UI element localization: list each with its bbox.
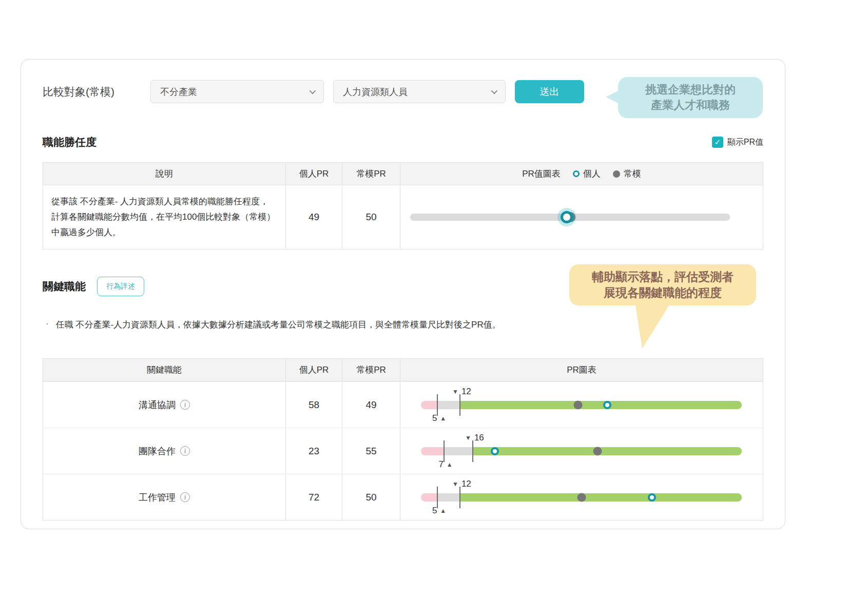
low-tick-label: 5 ▲: [432, 506, 446, 516]
table-row: 工作管理 i 72 50 ▼ 12 5 ▲: [43, 474, 763, 520]
info-icon[interactable]: i: [180, 446, 190, 456]
norm-marker: [574, 400, 583, 409]
slider-personal-handle[interactable]: [561, 211, 573, 223]
bar-low-segment: [421, 401, 437, 409]
key-name: 團隊合作: [139, 445, 176, 457]
key-title: 關鍵職能: [43, 279, 86, 294]
competency-table-header: 說明 個人PR 常模PR PR值圖表 個人 常模: [43, 163, 763, 185]
norm-pr-value: 55: [342, 428, 400, 474]
high-tick-line: [459, 487, 460, 508]
pr-chart-header-label: PR值圖表: [522, 168, 561, 180]
key-name-cell: 工作管理 i: [43, 474, 286, 520]
high-tick-line: [459, 394, 460, 416]
header-pr-chart: PR圖表: [400, 359, 763, 381]
pr-bar-cell: ▼ 16 7 ▲: [400, 428, 763, 474]
info-icon[interactable]: i: [180, 400, 190, 410]
position-select-value: 人力資源類人員: [343, 86, 408, 98]
legend-personal-label: 個人: [583, 168, 601, 180]
chevron-down-icon: [491, 88, 498, 94]
legend-norm: 常模: [613, 168, 641, 180]
table-row: 溝通協調 i 58 49 ▼ 12 5 ▲: [43, 381, 763, 428]
pr-bar: ▼ 16 7 ▲: [421, 447, 742, 455]
key-section-header: 關鍵職能 行為詳述: [43, 277, 144, 296]
high-tick-label: ▼ 12: [452, 479, 471, 489]
low-tick-label: 5 ▲: [432, 413, 446, 424]
personal-pr-value: 72: [286, 474, 342, 520]
triangle-down-icon: ▼: [465, 434, 471, 441]
bullet-icon: ·: [46, 319, 49, 331]
competency-personal-pr: 49: [286, 185, 342, 249]
key-tooltip-tail: [615, 302, 672, 350]
key-table: 關鍵職能 個人PR 常模PR PR圖表 溝通協調 i 58 49 ▼: [43, 358, 763, 521]
key-tooltip-line2: 展現各關鍵職能的程度: [604, 285, 722, 301]
personal-ring-icon: [573, 170, 580, 177]
legend-norm-label: 常模: [624, 168, 641, 180]
bar-mid-segment: [437, 493, 459, 502]
pr-bar: ▼ 12 5 ▲: [421, 401, 742, 409]
low-tick-line: [444, 440, 445, 462]
triangle-down-icon: ▼: [452, 480, 458, 488]
triangle-up-icon: ▲: [440, 415, 446, 422]
key-name-cell: 溝通協調 i: [43, 382, 286, 428]
bar-high-segment: [459, 493, 742, 502]
key-note-text: 任職 不分產業-人力資源類人員，依據大數據分析建議或考量公司常模之職能項目，與全…: [56, 319, 501, 331]
header-pr-chart: PR值圖表 個人 常模: [400, 163, 763, 185]
competency-table: 說明 個人PR 常模PR PR值圖表 個人 常模 從事該 不分產業- 人力資源類…: [43, 162, 763, 249]
comparison-controls: 比較對象(常模) 不分產業 人力資源類人員 送出: [43, 80, 584, 103]
triangle-up-icon: ▲: [447, 461, 453, 468]
comparison-tooltip-line1: 挑選企業想比對的: [645, 82, 736, 98]
key-tooltip-line1: 輔助顯示落點，評估受測者: [592, 269, 734, 285]
key-name: 溝通協調: [139, 399, 176, 411]
triangle-down-icon: ▼: [452, 388, 458, 395]
header-personal-pr: 個人PR: [286, 359, 342, 381]
personal-marker: [491, 447, 499, 455]
report-card: 比較對象(常模) 不分產業 人力資源類人員 送出 挑選企業想比對的 產業人才和職…: [21, 59, 785, 529]
pr-slider-track: [410, 214, 730, 221]
personal-pr-value: 58: [286, 382, 342, 428]
low-tick-line: [437, 394, 438, 416]
competency-title: 職能勝任度: [43, 135, 97, 149]
key-note: · 任職 不分產業-人力資源類人員，依據大數據分析建議或考量公司常模之職能項目，…: [46, 319, 501, 331]
triangle-up-icon: ▲: [440, 507, 446, 514]
norm-dot-icon: [613, 170, 620, 178]
competency-description: 從事該 不分產業- 人力資源類人員常模的職能勝任程度，計算各關鍵職能分數均值，在…: [43, 185, 286, 249]
industry-select[interactable]: 不分產業: [150, 80, 324, 103]
header-personal-pr: 個人PR: [286, 163, 342, 185]
competency-row: 從事該 不分產業- 人力資源類人員常模的職能勝任程度，計算各關鍵職能分數均值，在…: [43, 185, 763, 249]
norm-marker: [593, 447, 602, 455]
competency-norm-pr: 50: [342, 185, 400, 249]
high-tick-label: ▼ 12: [452, 387, 471, 397]
bar-low-segment: [421, 447, 444, 455]
bar-low-segment: [421, 493, 437, 502]
low-tick-line: [437, 487, 438, 508]
comparison-tooltip-line2: 產業人才和職務: [651, 98, 730, 113]
info-icon[interactable]: i: [180, 492, 190, 502]
position-select[interactable]: 人力資源類人員: [333, 80, 506, 103]
comparison-label: 比較對象(常模): [43, 85, 150, 99]
industry-select-value: 不分產業: [160, 86, 197, 98]
high-tick-label: ▼ 16: [465, 433, 484, 443]
high-tick-line: [472, 440, 473, 462]
submit-button[interactable]: 送出: [515, 80, 584, 103]
personal-pr-value: 23: [286, 428, 342, 474]
norm-pr-value: 50: [342, 474, 400, 520]
show-pr-label: 顯示PR值: [727, 137, 763, 148]
table-row: 團隊合作 i 23 55 ▼ 16 7 ▲: [43, 428, 763, 474]
behavior-detail-button[interactable]: 行為詳述: [97, 277, 144, 296]
key-table-header: 關鍵職能 個人PR 常模PR PR圖表: [43, 359, 763, 381]
chevron-down-icon: [310, 88, 316, 94]
pr-slider-cell: [400, 185, 763, 249]
show-pr-toggle[interactable]: ✓ 顯示PR值: [712, 137, 763, 148]
header-norm-pr: 常模PR: [342, 163, 400, 185]
norm-pr-value: 49: [342, 382, 400, 428]
checkbox-checked-icon[interactable]: ✓: [712, 137, 723, 148]
personal-marker: [603, 401, 611, 409]
bar-high-segment: [459, 401, 742, 409]
key-name-cell: 團隊合作 i: [43, 428, 286, 474]
low-tick-label: 7 ▲: [438, 459, 452, 470]
pr-bar-cell: ▼ 12 5 ▲: [400, 474, 763, 520]
pr-bar-cell: ▼ 12 5 ▲: [400, 382, 763, 428]
personal-marker: [648, 493, 656, 502]
pr-bar: ▼ 12 5 ▲: [421, 493, 742, 502]
bar-high-segment: [472, 447, 742, 455]
